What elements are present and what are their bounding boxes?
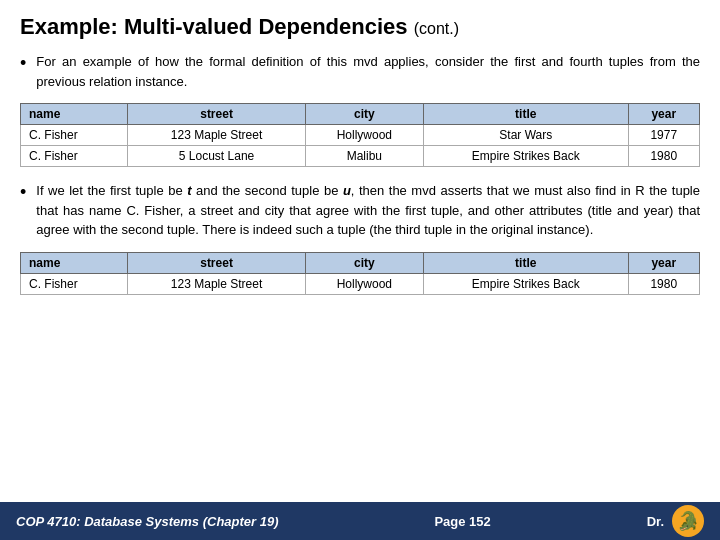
- footer-left-text: COP 4710: Database Systems (Chapter 19): [16, 514, 279, 529]
- title-text: Example: Multi-valued Dependencies: [20, 14, 408, 39]
- table-row: C. Fisher 123 Maple Street Hollywood Sta…: [21, 125, 700, 146]
- gator-logo-icon: 🐊: [672, 505, 704, 537]
- bullet-section-2: • If we let the first tuple be t and the…: [20, 181, 700, 240]
- th-name-1: name: [21, 104, 128, 125]
- td-city-2-1: Hollywood: [305, 273, 423, 294]
- td-name-1-1: C. Fisher: [21, 125, 128, 146]
- th-city-2: city: [305, 252, 423, 273]
- table-1-header-row: name street city title year: [21, 104, 700, 125]
- th-name-2: name: [21, 252, 128, 273]
- td-year-1-2: 1980: [628, 146, 700, 167]
- td-street-1-2: 5 Locust Lane: [128, 146, 305, 167]
- td-title-2-1: Empire Strikes Back: [424, 273, 628, 294]
- td-name-2-1: C. Fisher: [21, 273, 128, 294]
- bullet-1-icon: •: [20, 53, 26, 74]
- footer-right-text: Dr. 🐊: [647, 505, 704, 537]
- bullet-2-icon: •: [20, 182, 26, 203]
- th-year-2: year: [628, 252, 700, 273]
- th-year-1: year: [628, 104, 700, 125]
- table-row: C. Fisher 5 Locust Lane Malibu Empire St…: [21, 146, 700, 167]
- td-title-1-1: Star Wars: [424, 125, 628, 146]
- th-street-2: street: [128, 252, 305, 273]
- footer-center-text: Page 152: [434, 514, 490, 529]
- td-year-1-1: 1977: [628, 125, 700, 146]
- footer-dr-label: Dr.: [647, 514, 664, 529]
- cont-label: (cont.): [414, 20, 459, 37]
- th-city-1: city: [305, 104, 423, 125]
- td-name-1-2: C. Fisher: [21, 146, 128, 167]
- table-2: name street city title year C. Fisher 12…: [20, 252, 700, 295]
- bullet-1-text: For an example of how the formal definit…: [36, 52, 700, 91]
- th-title-1: title: [424, 104, 628, 125]
- td-city-1-2: Malibu: [305, 146, 423, 167]
- td-street-2-1: 123 Maple Street: [128, 273, 305, 294]
- td-street-1-1: 123 Maple Street: [128, 125, 305, 146]
- th-street-1: street: [128, 104, 305, 125]
- bullet-2-text: If we let the first tuple be t and the s…: [36, 181, 700, 240]
- table-1: name street city title year C. Fisher 12…: [20, 103, 700, 167]
- th-title-2: title: [424, 252, 628, 273]
- td-year-2-1: 1980: [628, 273, 700, 294]
- main-content: Example: Multi-valued Dependencies (cont…: [0, 0, 720, 319]
- footer-bar: COP 4710: Database Systems (Chapter 19) …: [0, 502, 720, 540]
- bullet-section-1: • For an example of how the formal defin…: [20, 52, 700, 91]
- page-title: Example: Multi-valued Dependencies (cont…: [20, 14, 700, 40]
- td-city-1-1: Hollywood: [305, 125, 423, 146]
- table-2-header-row: name street city title year: [21, 252, 700, 273]
- td-title-1-2: Empire Strikes Back: [424, 146, 628, 167]
- table-row: C. Fisher 123 Maple Street Hollywood Emp…: [21, 273, 700, 294]
